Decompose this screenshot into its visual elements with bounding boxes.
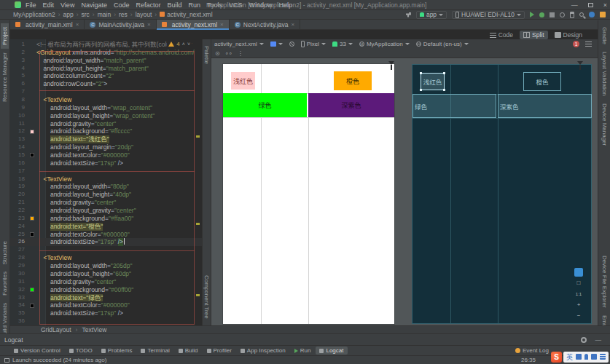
orientation-icon[interactable]: [289, 41, 294, 47]
view-options-eye-icon[interactable]: ⊙: [215, 50, 220, 57]
code-line-12[interactable]: 12 android:background="#ffcccc": [10, 127, 202, 135]
pan-icon[interactable]: ∘∘: [225, 50, 232, 57]
design-canvas[interactable]: 浅红色 橙色 绿色 深紫色 浅红色 橙色 绿色 深紫色: [211, 58, 598, 325]
textview-orange[interactable]: 橙色: [334, 71, 372, 90]
color-swatch[interactable]: [30, 304, 34, 308]
filter-funnel-icon[interactable]: [577, 61, 583, 65]
ime-toolbox-icon[interactable]: [600, 354, 606, 360]
code-line-24[interactable]: 24 android:text="橙色": [10, 223, 202, 231]
code-line-18[interactable]: 18 <TextView: [10, 175, 202, 183]
code-line-34[interactable]: 34 android:textColor="#000000": [10, 301, 202, 309]
breadcrumb-item[interactable]: src: [82, 11, 90, 18]
device-manager-button[interactable]: [570, 12, 574, 18]
hide-icon[interactable]: —: [595, 336, 602, 344]
tool-window-button-profiler[interactable]: Profiler: [203, 347, 235, 355]
menu-refactor[interactable]: Refactor: [136, 1, 160, 9]
debug-button[interactable]: [539, 12, 544, 17]
breadcrumb-item[interactable]: activity_next.xml: [160, 11, 212, 18]
api-chip[interactable]: 33: [332, 41, 353, 47]
run-config-selector[interactable]: app: [416, 11, 447, 19]
code-line-15[interactable]: 15 android:textColor="#000000": [10, 151, 202, 159]
blueprint-textview-light-red-selected[interactable]: 浅红色: [421, 73, 445, 90]
color-swatch[interactable]: [30, 153, 34, 157]
tab-design-view[interactable]: Design: [551, 31, 586, 39]
color-swatch[interactable]: [30, 288, 34, 292]
menu-run[interactable]: Run: [188, 1, 200, 9]
menu-build[interactable]: Build: [167, 1, 181, 9]
stripe-button-project[interactable]: Project: [1, 23, 9, 49]
code-line-13[interactable]: 13 android:text="浅红色": [10, 135, 202, 143]
color-swatch[interactable]: [30, 216, 34, 221]
close-icon[interactable]: ×: [76, 21, 79, 28]
tool-window-button-app-inspection[interactable]: App Inspection: [237, 347, 289, 355]
breadcrumb-item[interactable]: res: [119, 11, 128, 18]
color-swatch[interactable]: [30, 232, 34, 237]
breadcrumb-item[interactable]: layout: [136, 11, 152, 18]
code-line-26[interactable]: 26 android:textSize="17sp" />: [10, 238, 202, 246]
stripe-button-gradle[interactable]: Gradle: [601, 23, 609, 48]
textview-dark-purple[interactable]: 深紫色: [308, 93, 394, 117]
ime-pen-icon[interactable]: [576, 354, 582, 360]
code-line-21[interactable]: 21 android:gravity="center": [10, 199, 202, 207]
caret-position[interactable]: 26:35: [521, 357, 536, 363]
prev-issue-icon[interactable]: ˄: [182, 41, 185, 47]
textview-green[interactable]: 绿色: [223, 93, 307, 117]
menu-file[interactable]: File: [26, 1, 36, 9]
profiler-button[interactable]: [560, 12, 565, 17]
tool-window-button-version-control[interactable]: Version Control: [10, 347, 64, 355]
zoom-out-button[interactable]: −: [574, 312, 583, 320]
ime-microphone-icon[interactable]: [584, 354, 588, 360]
tab-activity_next.xml[interactable]: activity_next.xml×: [157, 20, 230, 29]
code-line-25[interactable]: 25 android:textColor="#000000": [10, 231, 202, 239]
blueprint-textview-dark-purple[interactable]: 深紫色: [498, 94, 592, 118]
code-line-16[interactable]: 16 android:textSize="17sp" />: [10, 159, 202, 167]
menu-code[interactable]: Code: [114, 1, 130, 9]
color-swatch[interactable]: [30, 130, 34, 134]
menu-view[interactable]: View: [60, 1, 74, 9]
device-selector[interactable]: HUAWEI EDI-AL10: [452, 11, 525, 19]
notifications-icon[interactable]: [600, 12, 606, 17]
code-line-4[interactable]: 4 android:layout_height="match_parent": [10, 65, 202, 73]
ime-keyboard-icon[interactable]: [591, 354, 597, 360]
code-line-36[interactable]: 36: [10, 317, 202, 325]
code-line-8[interactable]: 8 <TextView: [10, 96, 202, 104]
event-log-button[interactable]: Event Log: [515, 347, 549, 354]
design-surface[interactable]: 浅红色 橙色 绿色 深紫色: [223, 64, 394, 324]
theme-chip[interactable]: MMyApplication: [359, 41, 410, 47]
textview-light-red[interactable]: 浅红色: [231, 72, 255, 90]
zoom-fit-button[interactable]: □: [574, 279, 583, 288]
blueprint-textview-orange[interactable]: 橙色: [523, 72, 561, 91]
code-line-11[interactable]: 11 android:gravity="center": [10, 120, 202, 128]
zoom-actual-button[interactable]: 1:1: [574, 290, 583, 298]
stripe-button-resource-manager[interactable]: Resource Manager: [1, 49, 9, 106]
close-icon[interactable]: ×: [220, 21, 224, 28]
tool-window-button-logcat[interactable]: Logcat: [316, 347, 347, 355]
code-line-22[interactable]: 22 android:layout_gravity="center": [10, 207, 202, 215]
tool-window-button-todo[interactable]: TODO: [66, 347, 96, 355]
code-line-3[interactable]: 3 android:layout_width="match_parent": [10, 57, 202, 65]
code-line-27[interactable]: 27: [10, 246, 202, 254]
close-icon[interactable]: ×: [147, 21, 151, 28]
sogou-logo-icon[interactable]: S: [551, 352, 562, 363]
menu-edit[interactable]: Edit: [43, 1, 55, 9]
zoom-in-button[interactable]: +: [574, 301, 583, 309]
tab-NextActivity.java[interactable]: CNextActivity.java×: [230, 20, 300, 29]
run-button[interactable]: [530, 12, 534, 17]
code-line-35[interactable]: 35 android:textSize="17sp" />: [10, 309, 202, 317]
breadcrumb-item[interactable]: app: [63, 11, 73, 18]
tool-window-button-run[interactable]: Run: [291, 347, 315, 355]
tab-activity_main.xml[interactable]: activity_main.xml×: [10, 20, 85, 29]
next-issue-icon[interactable]: ˅: [187, 41, 190, 47]
code-line-30[interactable]: 30 android:layout_height="60dp": [10, 270, 202, 278]
maximize-button[interactable]: [588, 3, 593, 7]
code-line-23[interactable]: 23 android:background="#ffaa00": [10, 215, 202, 223]
close-icon[interactable]: ×: [292, 21, 295, 28]
tab-MainActivity.java[interactable]: CMainActivity.java×: [85, 20, 156, 29]
tab-split-view[interactable]: Split: [520, 31, 548, 39]
sync-gradle-icon[interactable]: [589, 12, 595, 17]
close-button[interactable]: ×: [603, 1, 607, 9]
device-chip[interactable]: Pixel: [301, 41, 326, 47]
pan-view-button[interactable]: [574, 268, 583, 277]
design-file-selector[interactable]: activity_next.xml: [214, 41, 264, 47]
code-line-19[interactable]: 19 android:layout_width="80dp": [10, 183, 202, 191]
